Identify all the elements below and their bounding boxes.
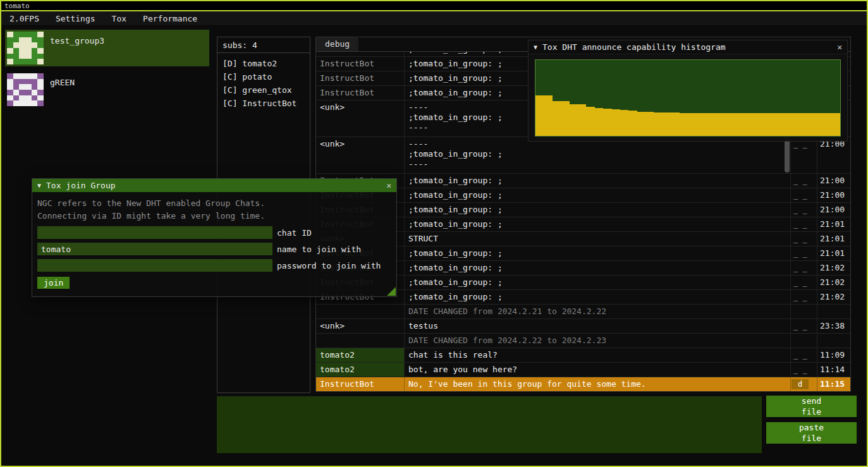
message-sender: tomato2 [316,348,405,362]
message-sender [316,334,405,348]
menubar: 2.0FPSSettingsToxPerformance [1,11,867,26]
message-flags [791,334,817,348]
histogram-bar [645,112,654,136]
avatar-pixel [19,42,25,48]
avatar-pixel [25,95,32,101]
message-flags: _ _ [791,246,817,260]
message-text: testus [405,319,791,333]
avatar-pixel [37,79,44,85]
chat-message-row[interactable]: tomato2bot, are you new here?_ _11:14 [316,363,850,377]
group-name: gREEN [50,78,75,106]
message-time [817,334,850,348]
histogram-bar [722,113,730,136]
member-item[interactable]: [C] green_qtox [217,83,310,97]
avatar-pixel [37,90,44,95]
group-avatar [7,73,44,106]
join-group-dialog: ▼ Tox join Group ✕ NGC refers to the New… [32,178,397,297]
histogram-window-titlebar[interactable]: ▼ Tox DHT announce capability histogram … [529,40,847,54]
histogram-bar [671,112,679,136]
histogram-bar [764,113,773,136]
message-text: ;tomato_in_group: ; [405,217,791,231]
avatar-pixel [25,54,32,59]
menu-item-settings[interactable]: Settings [47,11,104,25]
chat-message-row[interactable]: <unk>testus_ _23:38 [316,319,850,334]
avatar-pixel [7,32,13,37]
group-name: test_group3 [50,36,104,64]
avatar-pixel [37,48,44,54]
avatar-pixel [13,48,20,54]
join-dialog-close-icon[interactable]: ✕ [386,181,391,190]
group-avatar [7,32,44,64]
histogram-bar [688,113,696,136]
message-time: 21:01 [817,246,850,260]
chat-message-row[interactable]: <unk>---- ;tomato_in_group: ; ----_ _21:… [316,137,850,174]
avatar-pixel [32,84,38,90]
message-time: 21:01 [817,217,850,231]
join-button[interactable]: join [37,277,70,289]
message-sender: InstructBot [316,377,405,391]
message-flags: _ _ [791,232,817,246]
delivered-flag: d [792,379,809,389]
send-file-button[interactable]: send file [766,396,857,417]
window-titlebar[interactable]: tomato [1,1,867,11]
histogram-bar [612,109,620,136]
message-time: 21:00 [817,174,850,188]
message-time: 21:00 [817,137,850,173]
histogram-bar [781,113,789,136]
member-item[interactable]: [D] tomato2 [217,57,310,70]
histogram-bar [730,113,738,136]
avatar-pixel [13,37,20,43]
collapse-arrow-icon[interactable]: ▼ [534,44,537,51]
avatar-pixel [7,100,13,106]
message-input[interactable] [217,396,762,453]
message-time: 21:02 [817,290,850,304]
group-item-test_group3[interactable]: test_group3 [5,30,209,66]
avatar-pixel [32,54,38,59]
histogram-window: ▼ Tox DHT announce capability histogram … [528,40,848,142]
menu-item-performance[interactable]: Performance [135,11,205,25]
histogram-bar [832,113,840,136]
join-password-input[interactable] [37,259,272,272]
join-name-input[interactable] [37,243,272,255]
message-text: ---- ;tomato_in_group: ; ---- [405,137,791,173]
date-separator-row[interactable]: DATE CHANGED from 2024.2.21 to 2024.2.22 [316,305,850,319]
menu-item-tox[interactable]: Tox [104,11,135,25]
paste-file-button[interactable]: paste file [766,422,857,444]
menu-item-2-0fps[interactable]: 2.0FPS [1,11,47,25]
chat-message-row[interactable]: tomato2chat is this real?_ _11:09 [316,348,850,363]
avatar-pixel [37,100,44,106]
member-item[interactable]: [C] potato [217,70,310,83]
message-time: 11:09 [817,348,850,362]
histogram-bar [535,95,544,136]
histogram-close-icon[interactable]: ✕ [837,42,842,52]
message-flags: _ _ [791,217,817,231]
message-sender [316,305,405,318]
histogram-bar [790,113,798,136]
member-item[interactable]: [C] InstructBot [217,97,310,110]
chat-id-input[interactable] [37,226,272,239]
avatar-pixel [32,48,38,54]
tab-debug[interactable]: debug [316,37,358,51]
peer-count-header: subs: 4 [217,37,310,53]
avatar-pixel [32,90,38,95]
avatar-pixel [25,100,32,106]
avatar-pixel [19,100,25,106]
message-text: ;tomato_in_group: ; [405,261,791,275]
message-sender: InstructBot [316,52,405,56]
avatar-pixel [13,54,20,59]
histogram-bar [553,101,561,136]
join-dialog-titlebar[interactable]: ▼ Tox join Group ✕ [32,179,396,192]
histogram-bar [747,113,755,136]
avatar-pixel [32,59,38,64]
chat-message-row[interactable]: InstructBotNo, I've been in this group f… [316,377,850,391]
message-time: 23:38 [817,319,850,333]
histogram-bar [595,108,603,136]
date-separator-row[interactable]: DATE CHANGED from 2024.2.22 to 2024.2.23 [316,334,850,348]
group-item-gREEN[interactable]: gREEN [5,71,209,108]
message-text: STRUCT [405,232,791,246]
message-text: ;tomato_in_group: ; [405,188,791,202]
resize-grip[interactable] [387,287,396,296]
collapse-arrow-icon[interactable]: ▼ [37,182,41,189]
histogram-bar [561,101,569,136]
avatar-pixel [19,79,25,85]
